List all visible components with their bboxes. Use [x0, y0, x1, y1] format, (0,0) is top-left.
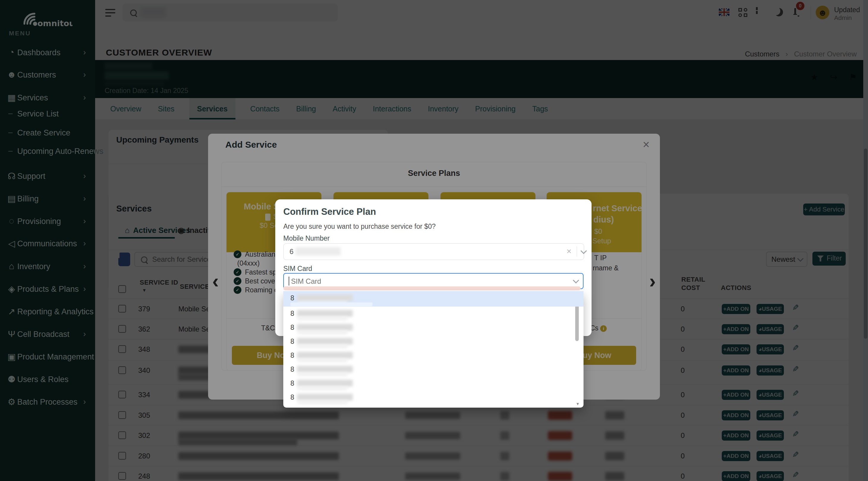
- redacted-sim-number: [297, 366, 353, 373]
- dialog-message: Are you sure you want to purchase servic…: [283, 223, 436, 230]
- sim-option[interactable]: 8: [283, 390, 584, 404]
- redacted-sim-number: [297, 380, 353, 387]
- sim-option-prefix: 8: [290, 365, 294, 374]
- sim-option-prefix: 8: [290, 338, 294, 346]
- redacted-sim-subtitle: [298, 345, 347, 348]
- sim-card-dropdown: ▲ ▼ 8 8 8 8: [283, 291, 584, 408]
- redacted-sim-subtitle: [298, 373, 347, 376]
- sim-option-prefix: 8: [290, 294, 294, 302]
- sim-option-prefix: 8: [290, 393, 294, 402]
- sim-option[interactable]: 8: [283, 362, 584, 377]
- redacted-sim-subtitle: [298, 331, 347, 334]
- sim-option-prefix: 8: [290, 351, 294, 359]
- sim-card-label: SIM Card: [283, 265, 312, 273]
- sim-option-prefix: 8: [290, 324, 294, 331]
- redacted-sim-number: [297, 338, 353, 345]
- sim-option[interactable]: 8: [283, 307, 584, 321]
- app-root: omnitouch MENU ◔ Dashboards › ☻ Customer…: [0, 0, 868, 481]
- option-highlight-strip: [290, 302, 372, 306]
- redacted-mobile-number: [296, 247, 341, 256]
- mobile-number-select[interactable]: 6 ×: [283, 243, 584, 260]
- sim-option[interactable]: 8: [283, 291, 584, 307]
- divider: [577, 247, 577, 257]
- redacted-sim-number: [297, 294, 353, 301]
- sim-card-input[interactable]: [290, 276, 565, 287]
- redacted-sim-number: [297, 324, 353, 331]
- redacted-sim-subtitle: [298, 359, 347, 362]
- chevron-down-icon[interactable]: [573, 277, 579, 283]
- sim-option-prefix: 8: [290, 379, 294, 387]
- redacted-sim-number: [297, 352, 353, 359]
- chevron-down-icon[interactable]: [581, 248, 587, 254]
- redacted-sim-subtitle: [298, 400, 347, 404]
- text-cursor: [289, 277, 289, 286]
- sim-option[interactable]: 8: [283, 321, 584, 334]
- sim-option[interactable]: 8: [283, 334, 584, 349]
- mobile-number-value: 6: [289, 248, 293, 256]
- dialog-title: Confirm Service Plan: [283, 206, 376, 217]
- redacted-sim-number: [297, 310, 353, 317]
- sim-option-prefix: 8: [290, 310, 294, 318]
- redacted-sim-subtitle: [298, 387, 347, 390]
- redacted-sim-subtitle: [298, 317, 347, 320]
- mobile-number-label: Mobile Number: [283, 234, 330, 243]
- sim-option[interactable]: 8: [283, 349, 584, 362]
- clear-x-icon[interactable]: ×: [566, 247, 571, 256]
- redacted-sim-number: [297, 394, 353, 400]
- validation-hint-strip: [283, 286, 581, 290]
- sim-option[interactable]: 8: [283, 377, 584, 390]
